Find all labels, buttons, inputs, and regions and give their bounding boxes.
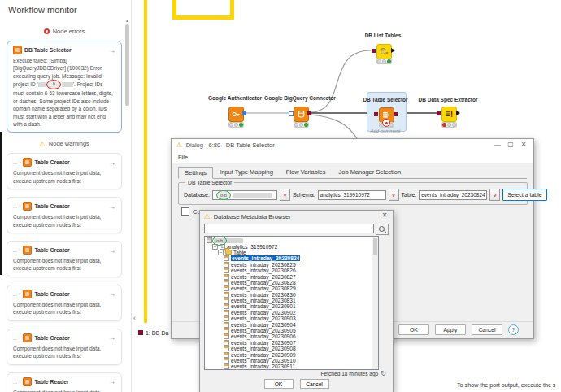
tree-table-row[interactable]: events_intraday_20230825 — [207, 262, 372, 268]
tree-table-row[interactable]: events_intraday_20230908 — [207, 346, 372, 351]
bigquery-output-port[interactable] — [307, 111, 311, 115]
maximize-icon[interactable]: ▢ — [504, 141, 517, 148]
monitor-scroll-area[interactable]: Node errors DB Table Selector → Execute … — [0, 20, 123, 392]
flow-variable-button[interactable]: V — [280, 189, 290, 201]
warning-card[interactable]: ... › Table Creator → Component does not… — [7, 153, 122, 189]
tree-table-row[interactable]: events_intraday_20230824 — [207, 255, 372, 261]
bigquery-input-port[interactable] — [289, 111, 294, 116]
node-db-list-tables[interactable] — [376, 44, 392, 59]
sidebar-scrollbar[interactable] — [125, 24, 129, 106]
tree-schema-node[interactable]: analytics_319910972 — [207, 243, 372, 249]
tree-table-row[interactable]: events_intraday_20230901 — [207, 303, 372, 309]
goto-node-arrow-icon[interactable]: → — [109, 333, 116, 342]
refresh-icon[interactable]: ↻ — [381, 370, 386, 377]
tree-table-row[interactable]: events_intraday_20230910 — [207, 358, 372, 364]
tree-table-label: events_intraday_20230906 — [231, 333, 296, 339]
tree-table-row[interactable]: events_intraday_20230905 — [207, 328, 372, 333]
metadata-search-input[interactable] — [204, 224, 374, 233]
cancel-button[interactable]: Cancel — [472, 324, 502, 335]
close-icon[interactable]: ✕ — [379, 211, 390, 219]
table-input[interactable] — [419, 190, 487, 200]
table-selector-output-port[interactable] — [394, 112, 398, 116]
goto-node-arrow-icon[interactable]: → — [109, 46, 116, 54]
table-selector-input-port[interactable] — [374, 112, 378, 116]
metadata-tree[interactable]: o-b analytics_319910972 Table — [204, 236, 379, 370]
scrollbar-up-arrow-icon[interactable]: ▲ — [125, 18, 129, 23]
flow-variable-button[interactable]: V — [489, 189, 500, 201]
apply-button[interactable]: Apply — [435, 324, 466, 335]
tab-settings[interactable]: Settings — [178, 167, 213, 179]
warning-card[interactable]: ... › Table Creator → Component does not… — [7, 285, 122, 321]
warning-card[interactable]: ... › Table Reader → Component does not … — [7, 372, 122, 392]
goto-node-arrow-icon[interactable]: → — [109, 377, 116, 385]
table-icon — [224, 346, 229, 351]
goto-node-arrow-icon[interactable]: → — [109, 203, 116, 211]
collapse-expander-icon[interactable] — [218, 250, 224, 255]
redacted-text — [38, 82, 46, 87]
checkbox-icon[interactable] — [181, 207, 189, 216]
tree-table-label: events_intraday_20230909 — [231, 352, 296, 358]
tab-job-manager-selection[interactable]: Job Manager Selection — [333, 166, 408, 178]
warning-card[interactable]: ... › Table Creator → Component does not… — [7, 329, 122, 365]
table-icon — [224, 364, 229, 369]
flow-variable-button[interactable]: V — [389, 189, 399, 201]
tree-table-row[interactable]: events_intraday_20230904 — [207, 321, 372, 327]
goto-node-arrow-icon[interactable]: → — [109, 290, 116, 298]
minimize-icon[interactable]: — — [491, 141, 504, 148]
warning-message: Component does not have input data, exec… — [13, 213, 115, 229]
panel-collapse-chevron-icon[interactable]: ‹ — [133, 314, 136, 322]
tree-table-row[interactable]: events_intraday_20230906 — [207, 333, 372, 339]
spec-extractor-output-port[interactable] — [456, 111, 460, 115]
table-icon — [224, 310, 229, 316]
database-field[interactable]: o-b — [212, 190, 277, 200]
node-comment[interactable]: Add comment — [361, 128, 410, 133]
ok-button[interactable]: OK — [398, 324, 429, 335]
tree-table-row[interactable]: events_intraday_20230828 — [207, 280, 372, 285]
tab-input-type-mapping[interactable]: Input Type Mapping — [213, 166, 280, 178]
component-path-prefix: ... › — [13, 203, 20, 209]
warning-card[interactable]: ... › Table Creator → Component does not… — [7, 197, 122, 233]
tree-table-row[interactable]: events_intraday_20230830 — [207, 292, 372, 298]
tree-root-database[interactable]: o-b — [207, 237, 372, 243]
list-tables-input-port[interactable] — [372, 49, 376, 53]
tree-table-row[interactable]: events_intraday_20230911 — [207, 364, 372, 369]
dialog-titlebar[interactable]: ⚠ Dialog - 6:80 - DB Table Selector — ▢ … — [172, 139, 533, 163]
tree-table-row[interactable]: events_intraday_20230829 — [207, 285, 372, 291]
table-icon — [224, 322, 229, 328]
search-button[interactable] — [376, 224, 389, 235]
table-icon — [224, 328, 229, 333]
table-icon — [224, 303, 229, 309]
node-db-data-spec-extractor[interactable] — [441, 107, 457, 122]
tab-flow-variables[interactable]: Flow Variables — [280, 166, 333, 178]
browser-titlebar[interactable]: ⚠ Database Metadata Browser — [200, 211, 393, 222]
tree-table-row[interactable]: events_intraday_20230903 — [207, 316, 372, 321]
tree-table-row[interactable]: events_intraday_20230907 — [207, 340, 372, 346]
traffic-light-executed — [294, 122, 309, 128]
list-tables-output-port[interactable] — [391, 48, 395, 53]
help-icon[interactable]: ? — [508, 324, 519, 335]
close-icon[interactable]: ✕ — [517, 141, 530, 148]
tree-table-row[interactable]: events_intraday_20230826 — [207, 268, 372, 273]
schema-input[interactable] — [318, 190, 386, 200]
tree-table-row[interactable]: events_intraday_20230909 — [207, 351, 372, 357]
tree-table-folder[interactable]: Table — [207, 250, 372, 255]
component-path-prefix: ... › — [13, 379, 20, 385]
warning-node-name: Table Creator — [34, 159, 69, 165]
table-icon — [224, 358, 229, 364]
error-card-db-table-selector[interactable]: DB Table Selector → Execute failed: [Sim… — [7, 41, 122, 133]
cancel-button[interactable]: Cancel — [300, 379, 329, 389]
goto-node-arrow-icon[interactable]: → — [109, 246, 116, 255]
tree-table-row[interactable]: events_intraday_20230902 — [207, 310, 372, 316]
tree-table-row[interactable]: events_intraday_20230831 — [207, 298, 372, 303]
warning-card[interactable]: ... › Table Creator → Component does not… — [7, 241, 122, 277]
menu-file[interactable]: File — [178, 154, 188, 161]
tree-table-row[interactable]: events_intraday_20230827 — [207, 273, 372, 279]
tree-scrollbar[interactable] — [372, 237, 378, 369]
error-circle-icon — [44, 28, 50, 34]
auth-output-port[interactable] — [242, 111, 246, 115]
select-a-table-button[interactable]: Select a table — [502, 189, 546, 201]
ok-button[interactable]: OK — [264, 379, 294, 389]
spec-extractor-input-port[interactable] — [437, 111, 441, 115]
goto-node-arrow-icon[interactable]: → — [109, 159, 116, 167]
warning-message: Component does not have input data, exec… — [13, 257, 115, 272]
